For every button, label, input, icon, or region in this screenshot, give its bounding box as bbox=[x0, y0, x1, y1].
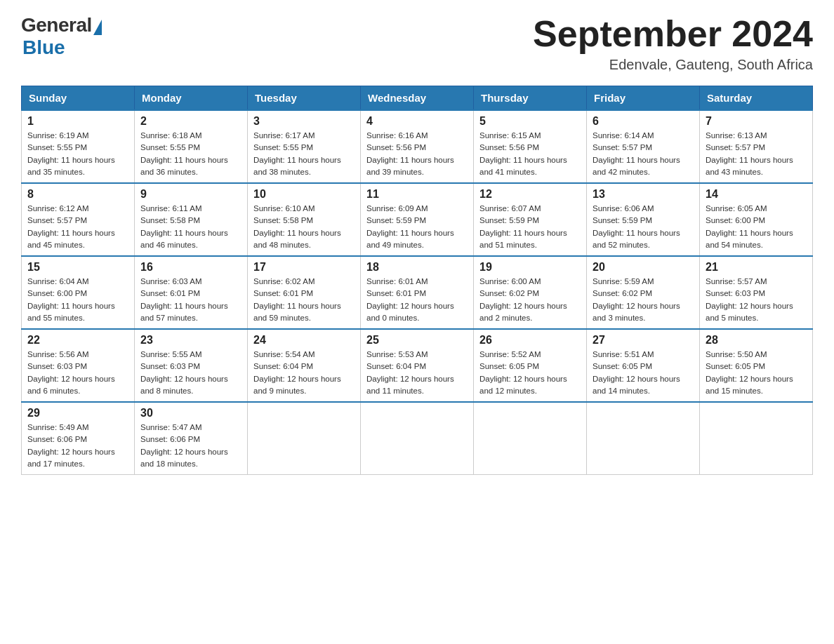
day-number: 21 bbox=[706, 261, 807, 274]
day-number: 28 bbox=[706, 334, 807, 347]
day-cell-16: 16Sunrise: 6:03 AMSunset: 6:01 PMDayligh… bbox=[135, 256, 248, 329]
day-info: Sunrise: 6:00 AMSunset: 6:02 PMDaylight:… bbox=[479, 276, 581, 324]
day-info: Sunrise: 6:13 AMSunset: 5:57 PMDaylight:… bbox=[706, 130, 807, 178]
day-info: Sunrise: 5:56 AMSunset: 6:03 PMDaylight:… bbox=[27, 349, 128, 397]
day-cell-17: 17Sunrise: 6:02 AMSunset: 6:01 PMDayligh… bbox=[248, 256, 361, 329]
calendar-header-friday: Friday bbox=[587, 86, 700, 111]
day-number: 14 bbox=[706, 188, 807, 201]
day-number: 25 bbox=[366, 334, 468, 347]
empty-cell bbox=[361, 402, 474, 475]
day-cell-23: 23Sunrise: 5:55 AMSunset: 6:03 PMDayligh… bbox=[135, 329, 248, 402]
day-cell-26: 26Sunrise: 5:52 AMSunset: 6:05 PMDayligh… bbox=[474, 329, 587, 402]
day-cell-19: 19Sunrise: 6:00 AMSunset: 6:02 PMDayligh… bbox=[474, 256, 587, 329]
day-number: 18 bbox=[366, 261, 468, 274]
day-info: Sunrise: 6:05 AMSunset: 6:00 PMDaylight:… bbox=[706, 203, 807, 251]
day-cell-9: 9Sunrise: 6:11 AMSunset: 5:58 PMDaylight… bbox=[135, 183, 248, 256]
day-cell-6: 6Sunrise: 6:14 AMSunset: 5:57 PMDaylight… bbox=[587, 110, 700, 183]
day-cell-21: 21Sunrise: 5:57 AMSunset: 6:03 PMDayligh… bbox=[700, 256, 813, 329]
calendar-header-row: SundayMondayTuesdayWednesdayThursdayFrid… bbox=[22, 86, 813, 111]
calendar-header-saturday: Saturday bbox=[700, 86, 813, 111]
day-number: 10 bbox=[253, 188, 355, 201]
calendar-header-monday: Monday bbox=[135, 86, 248, 111]
day-info: Sunrise: 5:47 AMSunset: 6:06 PMDaylight:… bbox=[140, 422, 241, 470]
day-number: 23 bbox=[140, 334, 241, 347]
day-cell-12: 12Sunrise: 6:07 AMSunset: 5:59 PMDayligh… bbox=[474, 183, 587, 256]
day-cell-20: 20Sunrise: 5:59 AMSunset: 6:02 PMDayligh… bbox=[587, 256, 700, 329]
day-number: 24 bbox=[253, 334, 355, 347]
week-row-2: 8Sunrise: 6:12 AMSunset: 5:57 PMDaylight… bbox=[22, 183, 813, 256]
day-info: Sunrise: 5:59 AMSunset: 6:02 PMDaylight:… bbox=[593, 276, 694, 324]
day-number: 30 bbox=[140, 407, 241, 420]
day-cell-4: 4Sunrise: 6:16 AMSunset: 5:56 PMDaylight… bbox=[361, 110, 474, 183]
day-info: Sunrise: 6:15 AMSunset: 5:56 PMDaylight:… bbox=[479, 130, 581, 178]
day-cell-1: 1Sunrise: 6:19 AMSunset: 5:55 PMDaylight… bbox=[22, 110, 135, 183]
empty-cell bbox=[587, 402, 700, 475]
day-info: Sunrise: 6:18 AMSunset: 5:55 PMDaylight:… bbox=[140, 130, 241, 178]
calendar-header-tuesday: Tuesday bbox=[248, 86, 361, 111]
day-info: Sunrise: 5:49 AMSunset: 6:06 PMDaylight:… bbox=[27, 422, 128, 470]
day-cell-18: 18Sunrise: 6:01 AMSunset: 6:01 PMDayligh… bbox=[361, 256, 474, 329]
day-number: 7 bbox=[706, 115, 807, 128]
day-cell-15: 15Sunrise: 6:04 AMSunset: 6:00 PMDayligh… bbox=[22, 256, 135, 329]
week-row-5: 29Sunrise: 5:49 AMSunset: 6:06 PMDayligh… bbox=[22, 402, 813, 475]
day-number: 11 bbox=[366, 188, 468, 201]
header: General Blue September 2024 Edenvale, Ga… bbox=[21, 14, 813, 73]
day-info: Sunrise: 5:51 AMSunset: 6:05 PMDaylight:… bbox=[593, 349, 694, 397]
day-cell-14: 14Sunrise: 6:05 AMSunset: 6:00 PMDayligh… bbox=[700, 183, 813, 256]
day-cell-7: 7Sunrise: 6:13 AMSunset: 5:57 PMDaylight… bbox=[700, 110, 813, 183]
month-title: September 2024 bbox=[533, 14, 813, 54]
empty-cell bbox=[248, 402, 361, 475]
day-info: Sunrise: 6:17 AMSunset: 5:55 PMDaylight:… bbox=[253, 130, 355, 178]
calendar-table: SundayMondayTuesdayWednesdayThursdayFrid… bbox=[21, 86, 813, 475]
day-number: 5 bbox=[479, 115, 581, 128]
calendar-header-sunday: Sunday bbox=[22, 86, 135, 111]
day-number: 4 bbox=[366, 115, 468, 128]
logo: General Blue bbox=[21, 14, 102, 59]
day-info: Sunrise: 6:12 AMSunset: 5:57 PMDaylight:… bbox=[27, 203, 128, 251]
day-cell-13: 13Sunrise: 6:06 AMSunset: 5:59 PMDayligh… bbox=[587, 183, 700, 256]
day-number: 3 bbox=[253, 115, 355, 128]
day-cell-11: 11Sunrise: 6:09 AMSunset: 5:59 PMDayligh… bbox=[361, 183, 474, 256]
day-number: 12 bbox=[479, 188, 581, 201]
empty-cell bbox=[474, 402, 587, 475]
day-cell-2: 2Sunrise: 6:18 AMSunset: 5:55 PMDaylight… bbox=[135, 110, 248, 183]
day-cell-30: 30Sunrise: 5:47 AMSunset: 6:06 PMDayligh… bbox=[135, 402, 248, 475]
day-info: Sunrise: 6:11 AMSunset: 5:58 PMDaylight:… bbox=[140, 203, 241, 251]
day-cell-24: 24Sunrise: 5:54 AMSunset: 6:04 PMDayligh… bbox=[248, 329, 361, 402]
day-info: Sunrise: 6:09 AMSunset: 5:59 PMDaylight:… bbox=[366, 203, 468, 251]
day-number: 13 bbox=[593, 188, 694, 201]
title-area: September 2024 Edenvale, Gauteng, South … bbox=[533, 14, 813, 73]
day-cell-28: 28Sunrise: 5:50 AMSunset: 6:05 PMDayligh… bbox=[700, 329, 813, 402]
day-number: 29 bbox=[27, 407, 128, 420]
day-info: Sunrise: 6:19 AMSunset: 5:55 PMDaylight:… bbox=[27, 130, 128, 178]
day-number: 2 bbox=[140, 115, 241, 128]
day-info: Sunrise: 6:02 AMSunset: 6:01 PMDaylight:… bbox=[253, 276, 355, 324]
day-number: 26 bbox=[479, 334, 581, 347]
day-info: Sunrise: 6:03 AMSunset: 6:01 PMDaylight:… bbox=[140, 276, 241, 324]
calendar-header-thursday: Thursday bbox=[474, 86, 587, 111]
day-number: 8 bbox=[27, 188, 128, 201]
location-title: Edenvale, Gauteng, South Africa bbox=[533, 57, 813, 73]
day-number: 15 bbox=[27, 261, 128, 274]
day-number: 27 bbox=[593, 334, 694, 347]
day-number: 17 bbox=[253, 261, 355, 274]
day-cell-5: 5Sunrise: 6:15 AMSunset: 5:56 PMDaylight… bbox=[474, 110, 587, 183]
day-info: Sunrise: 6:14 AMSunset: 5:57 PMDaylight:… bbox=[593, 130, 694, 178]
day-info: Sunrise: 6:04 AMSunset: 6:00 PMDaylight:… bbox=[27, 276, 128, 324]
logo-blue-text: Blue bbox=[22, 36, 65, 59]
day-cell-25: 25Sunrise: 5:53 AMSunset: 6:04 PMDayligh… bbox=[361, 329, 474, 402]
calendar-header-wednesday: Wednesday bbox=[361, 86, 474, 111]
day-info: Sunrise: 6:07 AMSunset: 5:59 PMDaylight:… bbox=[479, 203, 581, 251]
day-info: Sunrise: 6:06 AMSunset: 5:59 PMDaylight:… bbox=[593, 203, 694, 251]
day-info: Sunrise: 5:52 AMSunset: 6:05 PMDaylight:… bbox=[479, 349, 581, 397]
logo-general-text: General bbox=[21, 14, 92, 36]
day-info: Sunrise: 6:16 AMSunset: 5:56 PMDaylight:… bbox=[366, 130, 468, 178]
logo-triangle-icon bbox=[93, 20, 102, 35]
day-number: 6 bbox=[593, 115, 694, 128]
week-row-4: 22Sunrise: 5:56 AMSunset: 6:03 PMDayligh… bbox=[22, 329, 813, 402]
day-info: Sunrise: 5:53 AMSunset: 6:04 PMDaylight:… bbox=[366, 349, 468, 397]
day-number: 9 bbox=[140, 188, 241, 201]
day-cell-8: 8Sunrise: 6:12 AMSunset: 5:57 PMDaylight… bbox=[22, 183, 135, 256]
day-number: 1 bbox=[27, 115, 128, 128]
day-info: Sunrise: 5:57 AMSunset: 6:03 PMDaylight:… bbox=[706, 276, 807, 324]
